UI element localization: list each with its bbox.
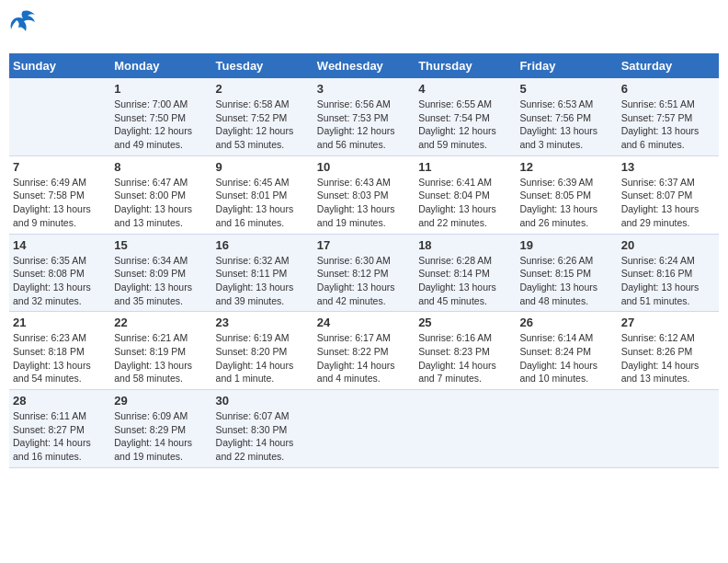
calendar-week-2: 7Sunrise: 6:49 AMSunset: 7:58 PMDaylight…: [9, 155, 719, 234]
calendar-week-4: 21Sunrise: 6:23 AMSunset: 8:18 PMDayligh…: [9, 312, 719, 390]
calendar-table: SundayMondayTuesdayWednesdayThursdayFrid…: [9, 53, 719, 468]
calendar-week-1: 1Sunrise: 7:00 AMSunset: 7:50 PMDaylight…: [9, 78, 719, 155]
calendar-cell: 6Sunrise: 6:51 AMSunset: 7:57 PMDaylight…: [618, 78, 719, 155]
day-number: 4: [418, 82, 512, 96]
day-info: Sunrise: 6:21 AMSunset: 8:19 PMDaylight:…: [114, 331, 208, 385]
day-number: 8: [114, 160, 208, 174]
calendar-cell: 21Sunrise: 6:23 AMSunset: 8:18 PMDayligh…: [9, 312, 110, 390]
calendar-cell: 5Sunrise: 6:53 AMSunset: 7:56 PMDaylight…: [516, 78, 617, 155]
calendar-header: SundayMondayTuesdayWednesdayThursdayFrid…: [9, 53, 719, 78]
calendar-cell: 1Sunrise: 7:00 AMSunset: 7:50 PMDaylight…: [110, 78, 211, 155]
day-info: Sunrise: 6:19 AMSunset: 8:20 PMDaylight:…: [216, 331, 310, 385]
day-number: 11: [418, 160, 512, 174]
day-info: Sunrise: 6:26 AMSunset: 8:15 PMDaylight:…: [519, 254, 613, 308]
day-info: Sunrise: 6:14 AMSunset: 8:24 PMDaylight:…: [519, 331, 613, 385]
day-number: 13: [621, 160, 715, 174]
day-number: 19: [519, 238, 613, 252]
calendar-cell: [9, 78, 110, 155]
calendar-cell: 22Sunrise: 6:21 AMSunset: 8:19 PMDayligh…: [110, 312, 211, 390]
calendar-cell: 12Sunrise: 6:39 AMSunset: 8:05 PMDayligh…: [516, 155, 617, 234]
header-row: SundayMondayTuesdayWednesdayThursdayFrid…: [9, 53, 719, 78]
day-info: Sunrise: 6:07 AMSunset: 8:30 PMDaylight:…: [216, 409, 310, 464]
day-number: 14: [13, 238, 107, 252]
header-day-friday: Friday: [516, 53, 617, 78]
calendar-cell: 27Sunrise: 6:12 AMSunset: 8:26 PMDayligh…: [618, 312, 719, 390]
logo: [9, 9, 40, 46]
calendar-cell: 15Sunrise: 6:34 AMSunset: 8:09 PMDayligh…: [110, 234, 211, 312]
calendar-cell: 13Sunrise: 6:37 AMSunset: 8:07 PMDayligh…: [618, 155, 719, 234]
day-number: 10: [317, 160, 411, 174]
day-number: 28: [13, 394, 107, 408]
calendar-cell: 8Sunrise: 6:47 AMSunset: 8:00 PMDaylight…: [110, 155, 211, 234]
calendar-cell: [313, 390, 415, 468]
day-info: Sunrise: 6:11 AMSunset: 8:27 PMDaylight:…: [13, 409, 107, 464]
day-info: Sunrise: 7:00 AMSunset: 7:50 PMDaylight:…: [114, 98, 208, 152]
day-number: 26: [519, 316, 613, 329]
day-number: 3: [317, 82, 411, 96]
calendar-cell: 14Sunrise: 6:35 AMSunset: 8:08 PMDayligh…: [9, 234, 110, 312]
day-info: Sunrise: 6:45 AMSunset: 8:01 PMDaylight:…: [216, 176, 310, 230]
day-number: 9: [216, 160, 310, 174]
day-number: 7: [13, 160, 107, 174]
day-info: Sunrise: 6:16 AMSunset: 8:23 PMDaylight:…: [418, 331, 512, 385]
calendar-cell: 26Sunrise: 6:14 AMSunset: 8:24 PMDayligh…: [516, 312, 617, 390]
day-number: 1: [114, 82, 208, 96]
calendar-cell: 20Sunrise: 6:24 AMSunset: 8:16 PMDayligh…: [618, 234, 719, 312]
day-info: Sunrise: 6:53 AMSunset: 7:56 PMDaylight:…: [519, 98, 613, 152]
calendar-cell: 7Sunrise: 6:49 AMSunset: 7:58 PMDaylight…: [9, 155, 110, 234]
calendar-cell: [516, 390, 617, 468]
day-info: Sunrise: 6:24 AMSunset: 8:16 PMDaylight:…: [621, 254, 715, 308]
day-number: 22: [114, 316, 208, 329]
day-info: Sunrise: 6:41 AMSunset: 8:04 PMDaylight:…: [418, 176, 512, 230]
calendar-cell: 17Sunrise: 6:30 AMSunset: 8:12 PMDayligh…: [313, 234, 415, 312]
calendar-cell: 3Sunrise: 6:56 AMSunset: 7:53 PMDaylight…: [313, 78, 415, 155]
calendar-cell: 2Sunrise: 6:58 AMSunset: 7:52 PMDaylight…: [212, 78, 313, 155]
day-number: 5: [519, 82, 613, 96]
day-number: 2: [216, 82, 310, 96]
calendar-cell: 23Sunrise: 6:19 AMSunset: 8:20 PMDayligh…: [212, 312, 313, 390]
calendar-cell: 16Sunrise: 6:32 AMSunset: 8:11 PMDayligh…: [212, 234, 313, 312]
logo-bird-icon: [9, 9, 37, 42]
day-number: 25: [418, 316, 512, 329]
calendar-cell: 19Sunrise: 6:26 AMSunset: 8:15 PMDayligh…: [516, 234, 617, 312]
day-info: Sunrise: 6:43 AMSunset: 8:03 PMDaylight:…: [317, 176, 411, 230]
day-number: 21: [13, 316, 107, 329]
day-info: Sunrise: 6:35 AMSunset: 8:08 PMDaylight:…: [13, 254, 107, 308]
day-number: 17: [317, 238, 411, 252]
calendar-body: 1Sunrise: 7:00 AMSunset: 7:50 PMDaylight…: [9, 78, 719, 467]
header-day-monday: Monday: [110, 53, 211, 78]
day-info: Sunrise: 6:37 AMSunset: 8:07 PMDaylight:…: [621, 176, 715, 230]
day-info: Sunrise: 6:23 AMSunset: 8:18 PMDaylight:…: [13, 331, 107, 385]
calendar-cell: 30Sunrise: 6:07 AMSunset: 8:30 PMDayligh…: [212, 390, 313, 468]
day-number: 6: [621, 82, 715, 96]
day-info: Sunrise: 6:34 AMSunset: 8:09 PMDaylight:…: [114, 254, 208, 308]
day-info: Sunrise: 6:30 AMSunset: 8:12 PMDaylight:…: [317, 254, 411, 308]
day-info: Sunrise: 6:47 AMSunset: 8:00 PMDaylight:…: [114, 176, 208, 230]
day-info: Sunrise: 6:12 AMSunset: 8:26 PMDaylight:…: [621, 331, 715, 385]
day-number: 27: [621, 316, 715, 329]
calendar-cell: [415, 390, 516, 468]
day-info: Sunrise: 6:56 AMSunset: 7:53 PMDaylight:…: [317, 98, 411, 152]
day-info: Sunrise: 6:55 AMSunset: 7:54 PMDaylight:…: [418, 98, 512, 152]
header-day-saturday: Saturday: [618, 53, 719, 78]
day-number: 12: [519, 160, 613, 174]
calendar-cell: [618, 390, 719, 468]
day-number: 23: [216, 316, 310, 329]
calendar-cell: 4Sunrise: 6:55 AMSunset: 7:54 PMDaylight…: [415, 78, 516, 155]
calendar-cell: 11Sunrise: 6:41 AMSunset: 8:04 PMDayligh…: [415, 155, 516, 234]
day-info: Sunrise: 6:28 AMSunset: 8:14 PMDaylight:…: [418, 254, 512, 308]
day-info: Sunrise: 6:32 AMSunset: 8:11 PMDaylight:…: [216, 254, 310, 308]
calendar-cell: 25Sunrise: 6:16 AMSunset: 8:23 PMDayligh…: [415, 312, 516, 390]
day-number: 24: [317, 316, 411, 329]
calendar-cell: 28Sunrise: 6:11 AMSunset: 8:27 PMDayligh…: [9, 390, 110, 468]
calendar-cell: 10Sunrise: 6:43 AMSunset: 8:03 PMDayligh…: [313, 155, 415, 234]
calendar-week-3: 14Sunrise: 6:35 AMSunset: 8:08 PMDayligh…: [9, 234, 719, 312]
day-info: Sunrise: 6:49 AMSunset: 7:58 PMDaylight:…: [13, 176, 107, 230]
day-info: Sunrise: 6:58 AMSunset: 7:52 PMDaylight:…: [216, 98, 310, 152]
day-number: 18: [418, 238, 512, 252]
header-day-wednesday: Wednesday: [313, 53, 415, 78]
calendar-cell: 29Sunrise: 6:09 AMSunset: 8:29 PMDayligh…: [110, 390, 211, 468]
header-day-thursday: Thursday: [415, 53, 516, 78]
calendar-cell: 9Sunrise: 6:45 AMSunset: 8:01 PMDaylight…: [212, 155, 313, 234]
day-number: 29: [114, 394, 208, 408]
